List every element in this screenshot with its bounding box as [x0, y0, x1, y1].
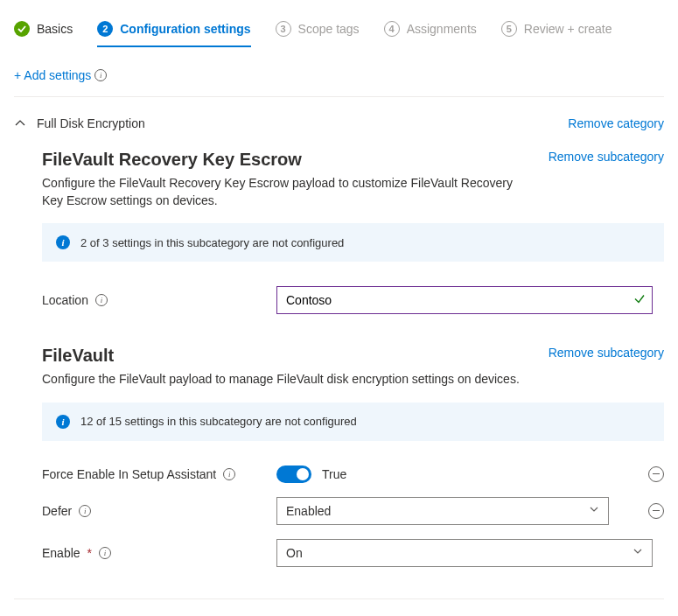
remove-subcategory-link[interactable]: Remove subcategory [549, 346, 664, 360]
setting-label: Force Enable In Setup Assistant [42, 467, 216, 481]
setting-label: Defer [42, 504, 72, 518]
chevron-up-icon [14, 117, 26, 130]
divider [14, 96, 664, 97]
setting-enable: Enable * i On [42, 532, 664, 574]
info-banner: i 12 of 15 settings in this subcategory … [42, 402, 664, 441]
enable-select[interactable]: On [276, 539, 653, 567]
toggle-value: True [322, 467, 346, 481]
remove-subcategory-link[interactable]: Remove subcategory [549, 150, 664, 164]
checkmark-icon [633, 293, 646, 308]
info-icon[interactable]: i [95, 294, 108, 306]
required-indicator: * [87, 546, 92, 560]
force-enable-toggle[interactable] [276, 466, 311, 483]
step-label: Assignments [407, 22, 477, 36]
add-settings-link[interactable]: + Add settings i [14, 68, 664, 82]
subcategory-description: Configure the FileVault payload to manag… [42, 371, 532, 388]
add-settings-label: + Add settings [14, 68, 91, 82]
info-icon[interactable]: i [99, 547, 111, 559]
step-number: 4 [384, 21, 400, 37]
step-label: Configuration settings [120, 22, 250, 36]
remove-category-link[interactable]: Remove category [568, 116, 664, 130]
info-banner: i 2 of 3 settings in this subcategory ar… [42, 223, 664, 262]
category-title: Full Disk Encryption [37, 116, 145, 130]
step-number: 5 [501, 21, 517, 37]
subcategory-description: Configure the FileVault Recovery Key Esc… [42, 175, 532, 209]
checkmark-icon [14, 21, 30, 37]
step-number: 3 [276, 21, 291, 37]
info-banner-text: 12 of 15 settings in this subcategory ar… [80, 415, 357, 428]
divider [14, 598, 664, 599]
chevron-down-icon [589, 504, 599, 517]
stepper: Basics 2 Configuration settings 3 Scope … [14, 14, 664, 44]
info-icon[interactable]: i [223, 468, 235, 480]
setting-location: Location i [42, 279, 664, 321]
setting-label: Enable [42, 546, 80, 560]
setting-label: Location [42, 293, 88, 307]
step-scope-tags[interactable]: 3 Scope tags [276, 21, 360, 37]
info-icon[interactable]: i [94, 69, 107, 81]
location-input[interactable] [276, 286, 653, 314]
subcategory-filevault-recovery: FileVault Recovery Key Escrow Remove sub… [42, 150, 664, 321]
setting-defer: Defer i Enabled [42, 490, 664, 532]
step-configuration-settings[interactable]: 2 Configuration settings [97, 21, 250, 47]
step-assignments[interactable]: 4 Assignments [384, 21, 477, 37]
info-icon: i [56, 415, 70, 429]
step-label: Basics [37, 22, 73, 36]
step-number: 2 [97, 21, 113, 37]
select-value: Enabled [286, 504, 331, 518]
setting-force-enable: Force Enable In Setup Assistant i True [42, 458, 664, 490]
select-value: On [286, 546, 303, 560]
subcategory-title: FileVault [42, 346, 114, 366]
step-label: Scope tags [298, 22, 360, 36]
defer-select[interactable]: Enabled [276, 497, 609, 525]
category-toggle[interactable]: Full Disk Encryption [14, 116, 145, 130]
chevron-down-icon [633, 546, 643, 559]
category-header: Full Disk Encryption Remove category [14, 111, 664, 136]
subcategory-filevault: FileVault Remove subcategory Configure t… [42, 346, 664, 574]
info-icon: i [56, 235, 70, 249]
remove-setting-button[interactable] [648, 466, 664, 482]
remove-setting-button[interactable] [648, 503, 664, 519]
step-review-create[interactable]: 5 Review + create [501, 21, 612, 37]
info-icon[interactable]: i [79, 505, 91, 517]
step-label: Review + create [524, 22, 612, 36]
info-banner-text: 2 of 3 settings in this subcategory are … [80, 236, 344, 249]
step-basics[interactable]: Basics [14, 21, 73, 37]
subcategory-title: FileVault Recovery Key Escrow [42, 150, 302, 170]
